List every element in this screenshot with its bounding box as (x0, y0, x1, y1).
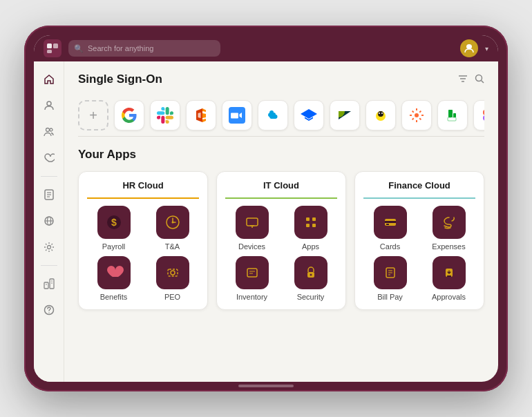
app-logo (44, 39, 61, 57)
sso-add-app-button[interactable]: + (78, 100, 108, 130)
svg-rect-55 (386, 224, 389, 225)
sso-app-google[interactable] (114, 100, 144, 130)
approvals-label: Approvals (432, 293, 466, 301)
sso-apps-row: + (78, 95, 484, 137)
cards-label: Cards (380, 242, 400, 251)
it-cloud-header: IT Cloud (225, 180, 337, 199)
app-item-benefits[interactable]: Benefits (87, 256, 140, 301)
apps-label: Apps (302, 242, 319, 251)
sso-section-header: Single Sign-On (78, 72, 484, 86)
app-item-ta[interactable]: T&A (146, 206, 199, 251)
app-item-billpay[interactable]: Bill Pay (363, 256, 417, 301)
sidebar-divider (41, 176, 57, 177)
svg-point-5 (46, 128, 49, 132)
devices-icon (236, 206, 269, 239)
sso-app-zoom[interactable] (222, 100, 252, 130)
svg-rect-15 (44, 282, 48, 289)
app-item-inventory[interactable]: Inventory (225, 256, 278, 301)
app-item-devices[interactable]: Devices (225, 206, 278, 251)
svg-rect-45 (312, 217, 316, 221)
app-item-apps[interactable]: Apps (284, 206, 337, 251)
sidebar-item-favorites[interactable] (38, 147, 60, 169)
avatar-chevron-icon: ▾ (485, 45, 488, 52)
billpay-icon (374, 256, 407, 289)
payroll-label: Payroll (102, 242, 126, 251)
svg-rect-2 (47, 50, 52, 53)
search-placeholder: Search for anything (88, 44, 153, 52)
sso-title: Single Sign-On (78, 72, 162, 86)
sso-app-mailchimp[interactable] (365, 100, 396, 130)
security-label: Security (297, 293, 325, 301)
bottom-handle (238, 385, 294, 387)
sidebar-item-settings[interactable] (38, 236, 60, 258)
app-item-approvals[interactable]: Approvals (422, 256, 475, 301)
sso-app-dropbox[interactable] (294, 100, 324, 130)
sso-app-evernote[interactable] (437, 100, 468, 130)
content-search-icon[interactable] (475, 74, 484, 86)
ta-icon (156, 206, 189, 239)
filter-icon[interactable] (458, 74, 468, 86)
sidebar-item-help[interactable] (38, 299, 60, 321)
sidebar-divider-2 (41, 265, 57, 266)
app-item-payroll[interactable]: $ Payroll (87, 206, 140, 251)
svg-point-52 (310, 274, 312, 276)
sso-app-figma[interactable] (473, 100, 484, 130)
devices-label: Devices (238, 242, 265, 251)
svg-rect-16 (50, 279, 54, 289)
hr-cloud-app-grid: $ Payroll (87, 206, 199, 301)
app-item-expenses[interactable]: Expenses (422, 206, 475, 251)
svg-point-31 (381, 113, 383, 114)
svg-rect-46 (306, 224, 310, 227)
top-bar: 🔍 Search for anything ▾ (34, 35, 498, 61)
app-item-cards[interactable]: Cards (363, 206, 417, 251)
expenses-label: Expenses (432, 242, 465, 251)
expenses-icon (433, 206, 466, 239)
svg-rect-1 (53, 43, 58, 48)
sidebar-item-globe[interactable] (38, 210, 60, 232)
sso-app-salesforce[interactable] (258, 100, 288, 130)
search-bar[interactable]: 🔍 Search for anything (68, 40, 220, 57)
svg-point-25 (476, 75, 482, 81)
svg-point-21 (48, 312, 49, 313)
ta-label: T&A (165, 242, 180, 251)
sso-app-office365[interactable] (186, 100, 216, 130)
sidebar-item-docs[interactable] (38, 184, 60, 206)
sso-app-slack[interactable] (150, 100, 180, 130)
finance-cloud-header: Finance Cloud (363, 180, 475, 199)
svg-rect-54 (385, 221, 396, 223)
sidebar-item-team[interactable] (38, 121, 60, 143)
peo-icon (156, 256, 189, 289)
app-item-peo[interactable]: PEO (146, 256, 199, 301)
peo-label: PEO (164, 293, 180, 301)
sidebar-item-admin[interactable] (38, 273, 60, 295)
main-area: Single Sign-On (34, 61, 498, 382)
user-avatar[interactable] (460, 39, 478, 57)
payroll-icon: $ (97, 206, 131, 239)
svg-line-26 (482, 80, 484, 83)
inventory-label: Inventory (236, 293, 267, 301)
content-area: Single Sign-On (64, 61, 498, 382)
svg-point-32 (415, 113, 419, 117)
billpay-label: Bill Pay (377, 293, 403, 301)
svg-rect-44 (306, 217, 310, 221)
sidebar-item-home[interactable] (38, 68, 60, 90)
svg-rect-61 (447, 275, 451, 277)
sso-app-cog[interactable] (401, 100, 432, 130)
app-item-security[interactable]: Security (284, 256, 337, 301)
search-icon: 🔍 (74, 44, 84, 53)
security-icon (294, 256, 327, 289)
svg-point-6 (50, 128, 53, 131)
svg-rect-47 (312, 224, 316, 227)
benefits-icon (97, 256, 131, 289)
svg-point-14 (47, 246, 50, 249)
it-cloud-column: IT Cloud (216, 171, 346, 310)
sidebar (34, 61, 64, 382)
svg-point-40 (171, 271, 175, 275)
cloud-columns: HR Cloud $ Payroll (78, 171, 484, 310)
sso-actions (458, 74, 484, 86)
sidebar-item-profile[interactable] (38, 95, 60, 117)
sso-app-zendesk[interactable] (330, 100, 360, 130)
benefits-label: Benefits (100, 293, 128, 301)
svg-rect-48 (247, 269, 257, 277)
svg-rect-0 (47, 43, 52, 48)
